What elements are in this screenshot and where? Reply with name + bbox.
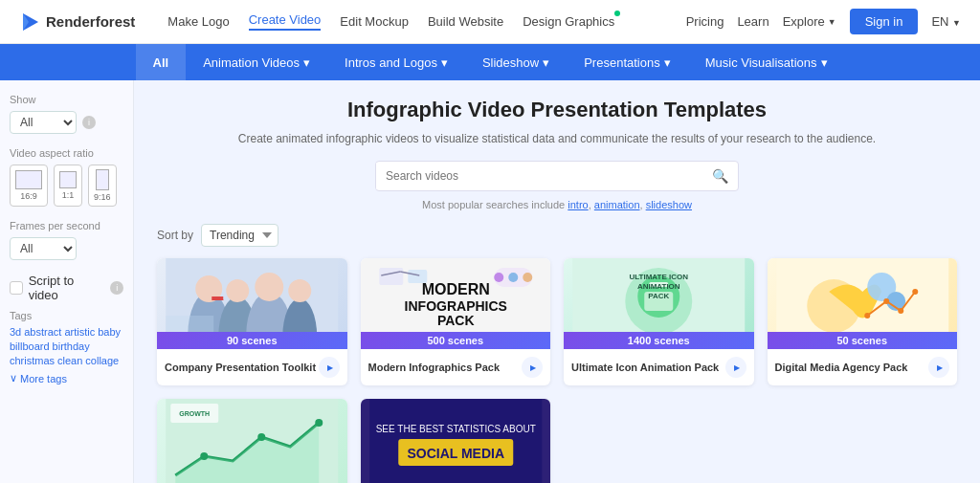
sort-select[interactable]: Trending Newest Popular [201, 224, 278, 247]
play-button[interactable] [928, 357, 949, 378]
search-animation[interactable]: animation [594, 199, 640, 210]
script-checkbox[interactable] [10, 281, 23, 295]
svg-point-41 [912, 289, 918, 295]
card-thumb: MODERN INFOGRAPHICS PACK 500 scenes [361, 258, 551, 349]
card-title: Ultimate Icon Animation Pack [571, 361, 719, 374]
subnav-arrow-icon: ▾ [441, 55, 448, 70]
page-title: Infographic Video Presentation Templates [157, 98, 957, 122]
template-card-company-presentation[interactable]: 90 scenes Company Presentation Toolkit [157, 258, 347, 385]
svg-text:PACK: PACK [648, 292, 669, 300]
aspect-11[interactable]: 1:1 [54, 165, 82, 207]
search-input[interactable] [376, 163, 702, 189]
play-button[interactable] [522, 357, 543, 378]
tag-abstract[interactable]: abstract [24, 326, 61, 338]
language-button[interactable]: EN ▼ [931, 14, 961, 29]
top-nav: Renderforest Make Logo Create Video Edit… [0, 0, 980, 44]
more-tags-button[interactable]: ∨ More tags [10, 372, 123, 384]
search-icon: 🔍 [712, 168, 728, 184]
nav-build-website[interactable]: Build Website [428, 14, 503, 29]
explore-button[interactable]: Explore ▼ [783, 14, 836, 29]
nav-design-graphics[interactable]: Design Graphics [523, 14, 614, 29]
fps-row: All 24 30 60 [10, 237, 123, 260]
svg-text:ANIMATION: ANIMATION [637, 282, 680, 291]
subnav-arrow-icon: ▾ [303, 55, 310, 70]
sidebar: Show All Free Premium i Video aspect rat… [0, 80, 134, 483]
card-title: Modern Infographics Pack [368, 361, 501, 374]
sort-row: Sort by Trending Newest Popular [157, 224, 957, 247]
subnav-arrow-icon: ▾ [821, 55, 828, 70]
sub-nav: All Animation Videos ▾ Intros and Logos … [0, 44, 980, 80]
aspect-ratio-section: Video aspect ratio 16:9 1:1 9:16 [10, 147, 123, 207]
logo[interactable]: Renderforest [19, 11, 135, 33]
tag-billboard[interactable]: billboard [10, 340, 50, 352]
show-select[interactable]: All Free Premium [10, 111, 77, 134]
aspect-169[interactable]: 16:9 [10, 165, 48, 207]
aspect-916[interactable]: 9:16 [88, 165, 117, 207]
tag-birthday[interactable]: birthday [53, 340, 90, 352]
popular-searches: Most popular searches include intro, ani… [157, 199, 957, 210]
card-thumb: SEE THE BEST STATISTICS ABOUT SOCIAL MED… [361, 399, 551, 483]
subnav-animation-videos[interactable]: Animation Videos ▾ [186, 44, 327, 80]
play-button[interactable] [725, 357, 746, 378]
nav-create-video[interactable]: Create Video [249, 12, 322, 31]
nav-make-logo[interactable]: Make Logo [167, 14, 229, 29]
signin-button[interactable]: Sign in [850, 9, 919, 34]
svg-text:SOCIAL MEDIA: SOCIAL MEDIA [407, 446, 504, 461]
search-button[interactable]: 🔍 [702, 162, 738, 190]
template-card-social-media[interactable]: SEE THE BEST STATISTICS ABOUT SOCIAL MED… [361, 399, 551, 483]
template-card-chart[interactable]: GROWTH [157, 399, 347, 483]
svg-text:INFOGRAPHICS: INFOGRAPHICS [404, 298, 506, 314]
subnav-music-visualisations[interactable]: Music Visualisations ▾ [688, 44, 845, 80]
scenes-badge: 500 scenes [361, 332, 551, 349]
show-info-icon[interactable]: i [82, 116, 96, 129]
tag-3d[interactable]: 3d [10, 326, 21, 338]
subnav-slideshow[interactable]: Slideshow ▾ [465, 44, 567, 80]
tag-collage[interactable]: collage [85, 355, 119, 366]
script-section: Script to video i [10, 274, 123, 302]
subnav-arrow-icon: ▾ [664, 55, 671, 70]
template-card-digital-media[interactable]: Digital Media Agency Pack 50 scenes Digi… [768, 258, 958, 385]
script-info-icon[interactable]: i [110, 281, 123, 295]
card-thumb: Digital Media Agency Pack 50 scenes [768, 258, 958, 349]
svg-point-8 [226, 279, 249, 302]
script-label: Script to video [29, 274, 105, 302]
fps-section: Frames per second All 24 30 60 [10, 220, 123, 260]
subnav-presentations[interactable]: Presentations ▾ [567, 44, 688, 80]
scenes-badge: 90 scenes [157, 332, 347, 349]
svg-rect-19 [408, 270, 427, 283]
card-footer: Modern Infographics Pack [361, 349, 551, 385]
svg-text:MODERN: MODERN [421, 281, 489, 297]
tag-clean[interactable]: clean [57, 355, 82, 366]
card-title: Company Presentation Toolkit [165, 361, 316, 374]
aspect-11-icon [59, 171, 77, 188]
chevron-down-icon: ∨ [10, 372, 17, 384]
subnav-intros-logos[interactable]: Intros and Logos ▾ [327, 44, 465, 80]
tag-christmas[interactable]: christmas [10, 355, 55, 366]
content-area: Infographic Video Presentation Templates… [134, 80, 980, 483]
nav-links: Make Logo Create Video Edit Mockup Build… [167, 12, 662, 31]
logo-icon [19, 11, 40, 33]
subnav-all[interactable]: All [136, 44, 187, 80]
learn-link[interactable]: Learn [737, 14, 768, 29]
nav-edit-mockup[interactable]: Edit Mockup [340, 14, 409, 29]
play-button[interactable] [319, 357, 340, 378]
scenes-badge: 1400 scenes [564, 332, 754, 349]
svg-point-38 [864, 313, 870, 318]
template-card-modern-infographics[interactable]: MODERN INFOGRAPHICS PACK 500 scenes [361, 258, 551, 385]
pricing-link[interactable]: Pricing [686, 14, 724, 29]
tag-artistic[interactable]: artistic [64, 326, 95, 338]
subnav-arrow-icon: ▾ [543, 55, 549, 70]
language-label: EN [931, 14, 948, 29]
card-thumb: ULTIMATE ICON ANIMATION PACK 1400 scenes [564, 258, 754, 349]
template-card-ultimate-icon[interactable]: ULTIMATE ICON ANIMATION PACK 1400 scenes… [564, 258, 754, 385]
card-footer: Digital Media Agency Pack [768, 349, 958, 385]
search-intro[interactable]: intro [568, 199, 588, 210]
nav-right: Pricing Learn Explore ▼ Sign in EN ▼ [686, 9, 961, 34]
svg-text:PACK: PACK [436, 313, 474, 328]
search-slideshow[interactable]: slideshow [646, 199, 692, 210]
fps-select[interactable]: All 24 30 60 [10, 237, 77, 260]
tags-label: Tags [10, 310, 123, 321]
svg-rect-13 [219, 299, 223, 300]
card-thumb: GROWTH [157, 399, 347, 483]
tag-baby[interactable]: baby [98, 326, 121, 338]
